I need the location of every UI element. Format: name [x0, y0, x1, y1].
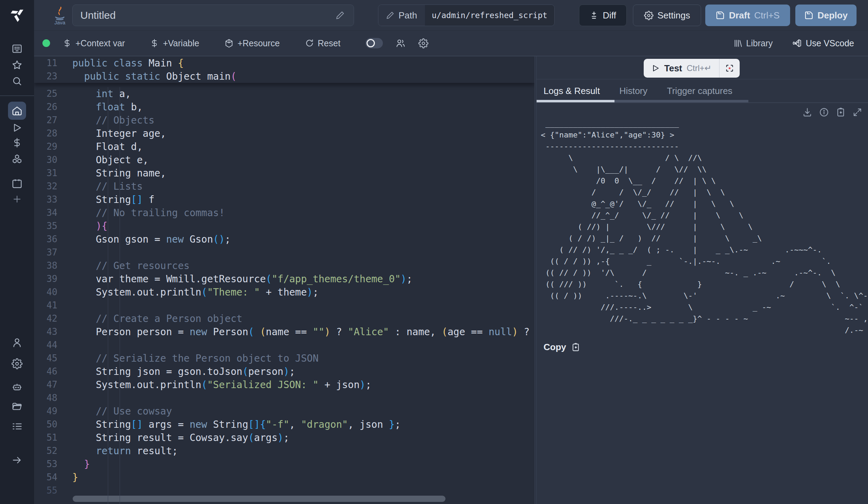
code-line[interactable]: 50 String[] args = new String[]{"-f", "d…: [34, 418, 535, 431]
code-line[interactable]: 52 return result;: [34, 444, 535, 457]
line-number: 32: [34, 181, 57, 191]
sidebar-item-apps-grid[interactable]: [0, 40, 34, 58]
sidebar-item-favorites-star-icon[interactable]: [0, 56, 34, 74]
code-line[interactable]: 43 Person person = new Person( (name == …: [34, 325, 535, 338]
code-line[interactable]: 37: [34, 246, 535, 259]
code-line[interactable]: 26 float b,: [34, 100, 535, 113]
line-number: 40: [34, 287, 57, 297]
windmill-logo-icon[interactable]: [6, 3, 28, 26]
code-line[interactable]: 46 String json = gson.toJson(person);: [34, 365, 535, 378]
code-line[interactable]: 39 var theme = Wmill.getResource("f/app_…: [34, 272, 535, 285]
sidebar-item-audit-logs-list-icon[interactable]: [0, 417, 34, 435]
editor-horizontal-scrollbar[interactable]: [73, 496, 445, 502]
status-green-dot: [42, 39, 50, 47]
reset-button[interactable]: Reset: [305, 38, 340, 48]
code-line[interactable]: 32 // Lists: [34, 180, 535, 193]
code-line[interactable]: 27 // Objects: [34, 113, 535, 127]
script-title-input[interactable]: Untitled: [72, 5, 354, 26]
gear-icon: [418, 38, 428, 48]
settings-button[interactable]: Settings: [633, 5, 701, 26]
result-tabs: Logs & Result History Trigger captures: [537, 79, 868, 103]
clipboard-icon: [571, 342, 580, 352]
code-line[interactable]: 49 // Use cowsay: [34, 404, 535, 418]
sidebar-item-add-plus-icon[interactable]: [0, 190, 34, 208]
path-edit-button[interactable]: Path: [378, 5, 425, 26]
copy-result-button[interactable]: Copy: [544, 342, 580, 353]
code-line[interactable]: 11public class Main {: [34, 56, 535, 70]
code-line[interactable]: 33 String[] f: [34, 193, 535, 206]
code-line[interactable]: 36 Gson gson = new Gson();: [34, 233, 535, 246]
line-number: 54: [34, 472, 57, 482]
code-line[interactable]: 28 Integer age,: [34, 127, 535, 140]
line-number: 36: [34, 234, 57, 244]
editor-settings-button[interactable]: [418, 38, 428, 48]
sticky-scroll-lines[interactable]: 11public class Main {23 public static Ob…: [34, 56, 535, 83]
diff-button[interactable]: Diff: [579, 5, 627, 26]
sidebar-item-settings-gear-icon[interactable]: [0, 355, 34, 373]
library-button[interactable]: Library: [733, 38, 773, 48]
code-line[interactable]: 25 int a,: [34, 87, 535, 100]
sidebar-item-variables-dollar-icon[interactable]: [0, 134, 34, 152]
path-input[interactable]: u/admin/refreshed_script: [425, 5, 554, 26]
code-editor[interactable]: 11public class Main {23 public static Ob…: [34, 56, 535, 504]
deploy-button[interactable]: Deploy: [795, 5, 857, 26]
line-number: 11: [34, 58, 57, 68]
path-label-text: Path: [399, 10, 417, 21]
expand-result-icon[interactable]: [852, 107, 862, 117]
line-number: 30: [34, 155, 57, 165]
edit-title-pencil-icon[interactable]: [336, 11, 345, 20]
sidebar-item-workers-robot-icon[interactable]: [0, 378, 34, 396]
code-line[interactable]: 45 // Serialize the Person object to JSO…: [34, 352, 535, 365]
library-label: Library: [746, 38, 773, 48]
sidebar-expand-arrow-icon[interactable]: [0, 451, 34, 469]
download-result-icon[interactable]: [802, 107, 812, 117]
test-shortcut: Ctrl+↵: [687, 63, 712, 73]
line-number: 35: [34, 221, 57, 231]
add-variable-button[interactable]: +Variable: [150, 38, 199, 48]
code-line[interactable]: 44: [34, 338, 535, 352]
tab-logs-and-result[interactable]: Logs & Result: [544, 86, 600, 96]
play-icon: [651, 64, 660, 72]
code-line[interactable]: 53 }: [34, 457, 535, 471]
sidebar-item-user-icon[interactable]: [0, 333, 34, 352]
save-icon: [804, 11, 813, 20]
add-context-var-button[interactable]: +Context var: [63, 38, 125, 48]
tab-scrollbar[interactable]: [614, 100, 748, 102]
result-info-icon[interactable]: [819, 107, 829, 117]
code-line[interactable]: 42 // Create a Person object: [34, 312, 535, 325]
copy-result-clipboard-icon[interactable]: [836, 107, 846, 117]
use-vscode-button[interactable]: Use VScode: [792, 38, 854, 48]
sidebar-item-resources-boxes-icon[interactable]: [0, 150, 34, 168]
code-line[interactable]: 38 // Get resources: [34, 259, 535, 272]
library-icon: [733, 39, 742, 48]
code-line[interactable]: 48: [34, 391, 535, 404]
collaborators-button[interactable]: [395, 38, 406, 48]
code-line[interactable]: 41: [34, 299, 535, 312]
code-line[interactable]: 54}: [34, 471, 535, 484]
code-line[interactable]: 30 Object e,: [34, 153, 535, 166]
refresh-icon: [305, 39, 314, 48]
sidebar-item-home-icon[interactable]: [8, 102, 26, 120]
svg-text:Java: Java: [54, 19, 65, 25]
tab-history[interactable]: History: [619, 86, 648, 96]
test-button[interactable]: Test Ctrl+↵: [644, 63, 719, 74]
tab-trigger-captures[interactable]: Trigger captures: [667, 86, 732, 96]
code-line[interactable]: 35 ){: [34, 219, 535, 233]
code-line[interactable]: 51 String result = Cowsay.say(args);: [34, 431, 535, 444]
deploy-button-label: Deploy: [818, 10, 848, 21]
code-line[interactable]: 55: [34, 484, 535, 497]
capture-button[interactable]: [720, 64, 740, 73]
code-line[interactable]: 47 System.out.println("Serialized JSON: …: [34, 378, 535, 391]
sidebar-item-search-icon[interactable]: [0, 72, 34, 90]
code-line[interactable]: 29 Float d,: [34, 140, 535, 153]
add-resource-label: +Resource: [238, 38, 280, 48]
assistant-toggle[interactable]: [365, 38, 383, 48]
line-number: 39: [34, 274, 57, 284]
code-line[interactable]: 23 public static Object main(: [34, 70, 535, 83]
draft-button[interactable]: Draft Ctrl+S: [705, 5, 790, 26]
code-line[interactable]: 40 System.out.println("Theme: " + theme)…: [34, 285, 535, 299]
add-resource-button[interactable]: +Resource: [224, 38, 280, 48]
code-line[interactable]: 31 String name,: [34, 166, 535, 180]
code-line[interactable]: 34 // No trailing commas!: [34, 206, 535, 219]
sidebar-item-folders-icon[interactable]: [0, 397, 34, 416]
